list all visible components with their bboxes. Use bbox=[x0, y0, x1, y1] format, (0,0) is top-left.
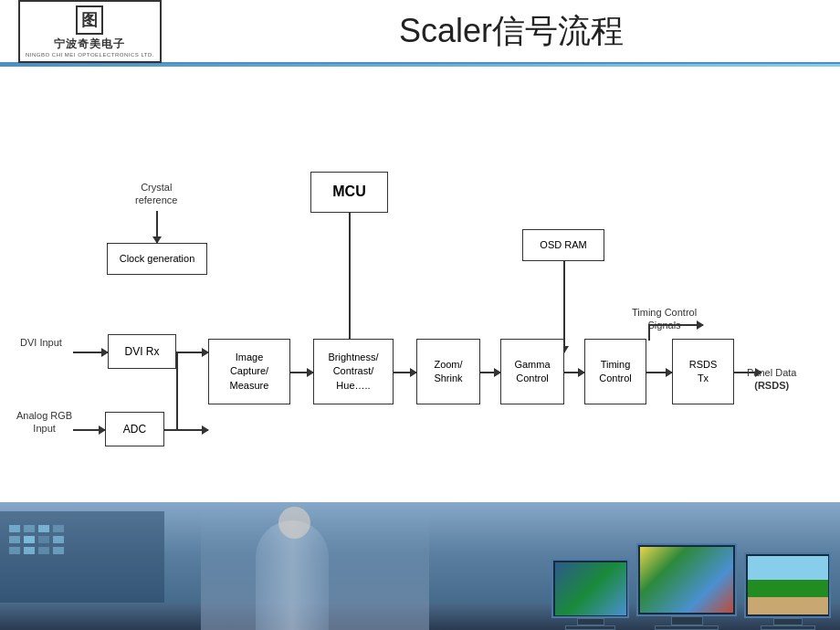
timing-signals-arrow bbox=[648, 324, 703, 326]
logo-area: 图 宁波奇美电子 NINGBO CHI MEI OPTOELECTRONICS … bbox=[18, 0, 201, 63]
rsds-tx-box: RSDSTx bbox=[672, 339, 734, 404]
timing-signals-label: Timing ControlSignals bbox=[632, 306, 697, 332]
adc-box: ADC bbox=[105, 412, 164, 446]
rsds-panel-arrow bbox=[734, 372, 761, 373]
dvi-rx-arrow bbox=[176, 352, 208, 353]
title-area: Scaler信号流程 bbox=[201, 9, 822, 54]
timing-rsds-arrow bbox=[646, 372, 672, 373]
mcu-arrow bbox=[349, 213, 351, 352]
img-bright-arrow bbox=[290, 372, 313, 373]
monitor-2 bbox=[636, 543, 737, 630]
brightness-box: Brightness/Contrast/Hue….. bbox=[313, 339, 394, 404]
logo-icon: 图 bbox=[76, 5, 103, 35]
mcu-box: MCU bbox=[310, 172, 388, 213]
footer-background bbox=[0, 502, 840, 630]
main-title: Scaler信号流程 bbox=[201, 9, 822, 54]
crystal-arrow bbox=[156, 211, 158, 243]
monitors-area bbox=[551, 543, 831, 630]
timing-control-box: TimingControl bbox=[584, 339, 646, 404]
diagram-content: Crystalreference Clock generation MCU OS… bbox=[0, 67, 840, 560]
monitor-3 bbox=[744, 552, 831, 630]
monitor-1 bbox=[551, 559, 629, 630]
character-area bbox=[201, 511, 429, 630]
dvi-rx-box: DVI Rx bbox=[108, 334, 176, 369]
timing-up-line bbox=[648, 324, 650, 341]
crystal-ref-label: Crystalreference bbox=[135, 181, 177, 207]
zoom-gamma-arrow bbox=[480, 372, 500, 373]
bright-zoom-arrow bbox=[394, 372, 416, 373]
logo-text-cn: 宁波奇美电子 bbox=[54, 37, 125, 52]
analog-arrow bbox=[73, 429, 105, 431]
adc-connector bbox=[176, 352, 178, 430]
analog-rgb-label: Analog RGBInput bbox=[16, 409, 72, 436]
logo-box: 图 宁波奇美电子 NINGBO CHI MEI OPTOELECTRONICS … bbox=[18, 0, 162, 63]
zoom-box: Zoom/Shrink bbox=[416, 339, 480, 404]
adc-image-arrow bbox=[164, 429, 208, 431]
footer bbox=[0, 502, 840, 630]
clock-gen-box: Clock generation bbox=[107, 243, 207, 275]
logo-text-en: NINGBO CHI MEI OPTOELECTRONICS LTD. bbox=[26, 52, 154, 58]
gamma-timing-arrow bbox=[564, 372, 584, 373]
dvi-input-label: DVI Input bbox=[20, 336, 62, 349]
image-capture-box: ImageCapture/Measure bbox=[208, 339, 290, 404]
header: 图 宁波奇美电子 NINGBO CHI MEI OPTOELECTRONICS … bbox=[0, 0, 840, 64]
osd-ram-box: OSD RAM bbox=[522, 229, 604, 261]
dvi-input-arrow bbox=[73, 352, 108, 353]
gamma-box: GammaControl bbox=[500, 339, 564, 404]
